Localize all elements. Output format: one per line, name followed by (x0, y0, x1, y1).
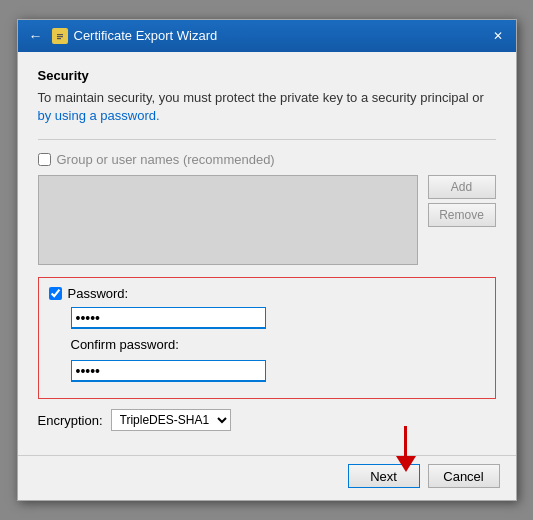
password-row: Password: (49, 286, 485, 301)
btn-group: Add Remove (428, 175, 496, 265)
main-area: Add Remove (38, 175, 496, 265)
confirm-label-row: Confirm password: (49, 337, 485, 352)
security-description: To maintain security, you must protect t… (38, 89, 496, 125)
group-checkbox[interactable] (38, 153, 51, 166)
svg-rect-1 (57, 34, 63, 35)
add-button[interactable]: Add (428, 175, 496, 199)
title-bar-controls: ✕ (488, 26, 508, 46)
svg-rect-3 (57, 38, 61, 39)
arrow-line (404, 426, 407, 456)
security-heading: Security (38, 68, 496, 83)
password-input[interactable] (71, 307, 266, 329)
confirm-password-input[interactable] (71, 360, 266, 382)
group-checkbox-label: Group or user names (recommended) (57, 152, 275, 167)
encryption-select[interactable]: TripleDES-SHA1 AES128-SHA1 AES256-SHA1 (111, 409, 231, 431)
window-title: Certificate Export Wizard (74, 28, 218, 43)
title-bar: ← Certificate Export Wizard ✕ (18, 20, 516, 52)
footer: Next Cancel (18, 455, 516, 500)
encryption-row: Encryption: TripleDES-SHA1 AES128-SHA1 A… (38, 409, 496, 431)
desc-link: by using a password. (38, 108, 160, 123)
password-input-row (49, 307, 485, 329)
divider (38, 139, 496, 140)
remove-button[interactable]: Remove (428, 203, 496, 227)
password-label: Password: (68, 286, 129, 301)
confirm-input-row (49, 360, 485, 382)
cancel-button[interactable]: Cancel (428, 464, 500, 488)
password-checkbox[interactable] (49, 287, 62, 300)
group-listbox[interactable] (38, 175, 418, 265)
svg-rect-2 (57, 36, 63, 37)
close-button[interactable]: ✕ (488, 26, 508, 46)
content-area: Security To maintain security, you must … (18, 52, 516, 455)
confirm-label: Confirm password: (71, 337, 485, 352)
arrow-head (396, 456, 416, 472)
title-bar-left: ← Certificate Export Wizard (26, 26, 218, 46)
arrow-annotation (396, 426, 416, 472)
encryption-label: Encryption: (38, 413, 103, 428)
wizard-icon (52, 28, 68, 44)
password-section: Password: Confirm password: (38, 277, 496, 399)
group-checkbox-row: Group or user names (recommended) (38, 152, 496, 167)
wizard-window: ← Certificate Export Wizard ✕ Security T… (17, 19, 517, 501)
back-button[interactable]: ← (26, 26, 46, 46)
